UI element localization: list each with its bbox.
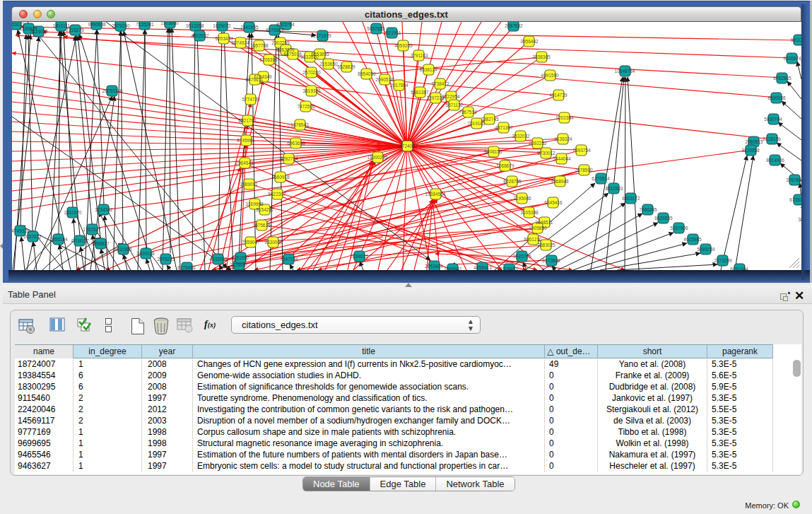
svg-text:4914729: 4914729 (549, 93, 567, 98)
svg-text:8031986: 8031986 (114, 247, 132, 252)
svg-text:20053346: 20053346 (102, 88, 123, 93)
svg-text:2373299: 2373299 (714, 258, 732, 263)
svg-text:6963698: 6963698 (287, 141, 305, 146)
svg-text:3532032: 3532032 (512, 134, 530, 139)
svg-text:7019181: 7019181 (467, 121, 486, 126)
svg-text:10648784: 10648784 (615, 69, 635, 74)
svg-text:6270514: 6270514 (592, 176, 610, 181)
svg-text:8603172: 8603172 (622, 196, 640, 201)
svg-text:2053424: 2053424 (425, 264, 443, 269)
svg-text:5167906: 5167906 (670, 226, 688, 230)
svg-text:9330000: 9330000 (264, 240, 283, 245)
svg-text:9203439: 9203439 (215, 36, 233, 41)
svg-text:3420198: 3420198 (136, 251, 155, 256)
svg-text:5154287: 5154287 (256, 207, 274, 212)
svg-text:2171979: 2171979 (313, 33, 331, 38)
svg-text:5830794: 5830794 (764, 117, 782, 122)
svg-text:7195046: 7195046 (513, 196, 531, 201)
svg-text:1973060: 1973060 (160, 22, 179, 25)
svg-text:4602037: 4602037 (191, 33, 209, 38)
svg-text:8476611: 8476611 (246, 77, 264, 82)
svg-text:2441955: 2441955 (240, 25, 259, 30)
svg-text:9990608: 9990608 (88, 22, 106, 27)
svg-text:2017864: 2017864 (390, 83, 408, 88)
svg-text:5037655: 5037655 (367, 26, 385, 31)
svg-text:9282794: 9282794 (280, 156, 298, 161)
svg-text:4871367: 4871367 (495, 125, 513, 130)
svg-text:7135241: 7135241 (136, 22, 154, 27)
svg-text:4891590: 4891590 (541, 73, 559, 78)
svg-text:6175466: 6175466 (177, 265, 196, 270)
svg-text:8811503: 8811503 (606, 186, 623, 191)
svg-text:6875018: 6875018 (283, 52, 302, 57)
svg-text:2302255: 2302255 (271, 40, 290, 45)
svg-text:3215958: 3215958 (741, 148, 760, 153)
svg-text:1781527: 1781527 (83, 227, 101, 232)
svg-text:8014936: 8014936 (766, 158, 784, 163)
svg-text:18300295: 18300295 (367, 155, 388, 160)
svg-text:7472506: 7472506 (297, 104, 315, 109)
svg-text:7247794: 7247794 (280, 257, 298, 262)
svg-text:2090518: 2090518 (375, 77, 394, 82)
svg-text:6029255: 6029255 (654, 216, 673, 221)
svg-text:8015764: 8015764 (276, 22, 295, 27)
svg-text:2153650: 2153650 (319, 62, 338, 66)
svg-text:6762565: 6762565 (773, 76, 792, 81)
svg-text:4660918: 4660918 (271, 175, 290, 180)
svg-text:7967519: 7967519 (459, 110, 477, 115)
svg-text:4015985: 4015985 (683, 237, 702, 242)
svg-text:3105398: 3105398 (520, 210, 539, 215)
svg-text:3234302: 3234302 (95, 207, 113, 212)
svg-text:2728987: 2728987 (230, 262, 248, 267)
svg-text:7382745: 7382745 (481, 117, 499, 122)
svg-text:5774720: 5774720 (242, 97, 260, 102)
svg-text:9136324: 9136324 (554, 136, 572, 141)
svg-text:1831970: 1831970 (64, 210, 82, 215)
svg-text:3956442: 3956442 (520, 39, 539, 44)
svg-text:2087682: 2087682 (505, 23, 523, 28)
svg-text:18724007: 18724007 (397, 144, 418, 148)
svg-text:5822307: 5822307 (268, 192, 286, 197)
svg-text:3791163: 3791163 (411, 53, 428, 58)
svg-text:7678500: 7678500 (575, 168, 593, 173)
svg-text:1905850: 1905850 (529, 226, 547, 230)
svg-text:8536114: 8536114 (420, 67, 437, 72)
svg-text:9920785: 9920785 (513, 254, 531, 259)
svg-text:2037872: 2037872 (23, 234, 42, 239)
svg-text:1068679: 1068679 (496, 163, 514, 168)
svg-text:1202384: 1202384 (555, 115, 574, 120)
svg-text:19384554: 19384554 (425, 192, 446, 197)
svg-text:4709137: 4709137 (71, 238, 89, 243)
svg-text:9968948: 9968948 (551, 179, 569, 184)
svg-text:7693754: 7693754 (572, 148, 591, 153)
svg-text:5095259: 5095259 (697, 247, 715, 252)
svg-text:2634613: 2634613 (350, 254, 368, 259)
svg-text:1989091: 1989091 (240, 182, 258, 187)
svg-text:2964541: 2964541 (235, 160, 254, 165)
svg-text:6821782: 6821782 (238, 118, 257, 123)
svg-text:7066345: 7066345 (639, 207, 657, 212)
svg-text:3538365: 3538365 (532, 54, 551, 59)
svg-text:3819383: 3819383 (302, 88, 321, 93)
svg-text:8222954: 8222954 (442, 94, 460, 99)
svg-text:6738744: 6738744 (789, 197, 801, 202)
svg-text:1657788: 1657788 (250, 43, 269, 48)
svg-text:2570280: 2570280 (302, 70, 321, 75)
svg-text:9811335: 9811335 (791, 37, 801, 42)
svg-text:8653855: 8653855 (311, 52, 329, 57)
svg-text:9306674: 9306674 (783, 56, 801, 61)
svg-text:8028755: 8028755 (503, 179, 522, 184)
svg-text:3169968: 3169968 (245, 201, 264, 206)
svg-text:5528829: 5528829 (337, 64, 355, 69)
svg-text:4059205: 4059205 (394, 43, 413, 48)
svg-text:2215279: 2215279 (66, 28, 84, 33)
svg-text:4455413: 4455413 (473, 265, 492, 270)
svg-text:9648511: 9648511 (536, 220, 553, 225)
svg-text:8661210: 8661210 (524, 237, 542, 242)
svg-text:9513358: 9513358 (186, 23, 204, 28)
svg-text:7675615: 7675615 (252, 223, 271, 228)
svg-text:8074924: 8074924 (231, 40, 249, 45)
svg-text:7655194: 7655194 (49, 237, 68, 242)
svg-text:4745328: 4745328 (12, 228, 30, 233)
svg-text:6345416: 6345416 (544, 200, 563, 205)
